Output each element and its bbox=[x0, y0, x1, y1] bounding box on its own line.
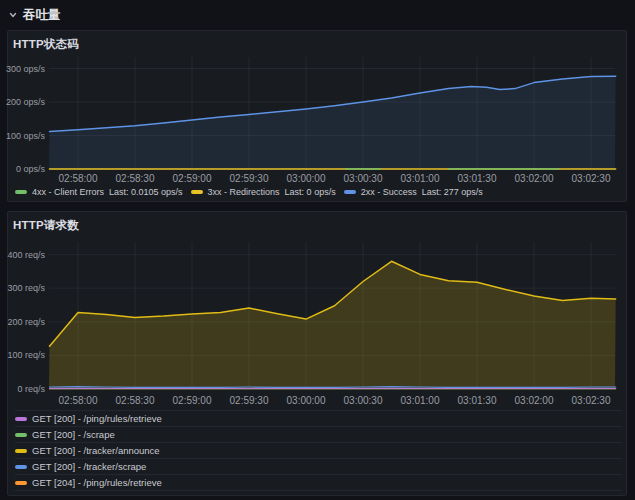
legend-series-color bbox=[15, 449, 27, 453]
legend-last-value: Last: 277 ops/s bbox=[422, 187, 483, 197]
y-axis-label: 300 req/s bbox=[7, 283, 45, 293]
legend-series-color bbox=[15, 465, 27, 469]
legend-series-name: GET [200] - /scrape bbox=[32, 429, 115, 440]
legend-item[interactable]: 2xx - SuccessLast: 277 ops/s bbox=[344, 187, 483, 197]
legend-series-color bbox=[15, 417, 27, 421]
y-axis-label: 0 ops/s bbox=[16, 164, 46, 174]
y-axis-label: 0 req/s bbox=[17, 384, 45, 394]
panel-http-requests: HTTP请求数 02:58:0002:58:3002:59:0002:59:30… bbox=[7, 211, 627, 496]
legend-series-name: GET [200] - /tracker/scrape bbox=[32, 461, 146, 472]
x-axis-label: 03:02:00 bbox=[515, 395, 554, 406]
x-axis-label: 03:02:30 bbox=[572, 395, 611, 406]
legend-series-name: GET [200] - /tracker/announce bbox=[32, 445, 160, 456]
y-axis-label: 200 ops/s bbox=[6, 97, 46, 107]
y-axis-label: 100 req/s bbox=[7, 350, 45, 360]
legend-series-color bbox=[15, 433, 27, 437]
legend-item[interactable]: 3xx - RedirectionsLast: 0 ops/s bbox=[191, 187, 336, 197]
chevron-down-icon bbox=[8, 10, 18, 20]
panel-http-status-codes: HTTP状态码 02:58:0002:58:3002:59:0002:59:30… bbox=[7, 30, 627, 202]
y-axis-label: 300 ops/s bbox=[6, 64, 46, 74]
legend-item[interactable]: GET [204] - /ping/rules/retrieve bbox=[15, 474, 622, 490]
legend-last-value: Last: 0.0105 ops/s bbox=[109, 187, 183, 197]
x-axis-label: 02:58:30 bbox=[116, 395, 155, 406]
legend-series-color bbox=[191, 190, 203, 194]
row-title: 吞吐量 bbox=[23, 7, 61, 24]
legend-series-color bbox=[344, 190, 356, 194]
y-axis-label: 100 ops/s bbox=[6, 131, 46, 141]
legend-item[interactable]: GET [200] - /tracker/scrape bbox=[15, 458, 622, 474]
x-axis-label: 03:01:00 bbox=[401, 395, 440, 406]
legend-series-color bbox=[15, 481, 27, 485]
x-axis-label: 03:01:30 bbox=[458, 395, 497, 406]
row-header-throughput[interactable]: 吞吐量 bbox=[8, 5, 61, 25]
x-axis-label: 03:00:00 bbox=[287, 395, 326, 406]
legend-item[interactable]: GET [200] - /scrape bbox=[15, 426, 622, 442]
x-axis-label: 03:00:30 bbox=[344, 395, 383, 406]
x-axis-label: 02:59:00 bbox=[173, 395, 212, 406]
legend: 4xx - Client ErrorsLast: 0.0105 ops/s3xx… bbox=[15, 183, 622, 201]
legend-series-name: 3xx - Redirections bbox=[208, 187, 280, 197]
legend-series-name: 4xx - Client Errors bbox=[32, 187, 104, 197]
x-axis-label: 02:58:00 bbox=[59, 395, 98, 406]
legend-series-name: GET [200] - /ping/rules/retrieve bbox=[32, 413, 162, 424]
y-axis-label: 200 req/s bbox=[7, 317, 45, 327]
legend-item[interactable]: 4xx - Client ErrorsLast: 0.0105 ops/s bbox=[15, 187, 183, 197]
legend: GET [200] - /ping/rules/retrieveGET [200… bbox=[15, 410, 622, 491]
y-axis-label: 400 req/s bbox=[7, 250, 45, 260]
legend-item[interactable]: GET [200] - /ping/rules/retrieve bbox=[15, 410, 622, 426]
legend-series-name: 2xx - Success bbox=[361, 187, 417, 197]
legend-series-color bbox=[15, 190, 27, 194]
http-status-chart[interactable]: 02:58:0002:58:3002:59:0002:59:3003:00:00… bbox=[0, 31, 628, 203]
x-axis-label: 02:59:30 bbox=[230, 395, 269, 406]
legend-series-name: GET [204] - /ping/rules/retrieve bbox=[32, 477, 162, 488]
legend-item[interactable]: GET [200] - /tracker/announce bbox=[15, 442, 622, 458]
legend-last-value: Last: 0 ops/s bbox=[285, 187, 336, 197]
